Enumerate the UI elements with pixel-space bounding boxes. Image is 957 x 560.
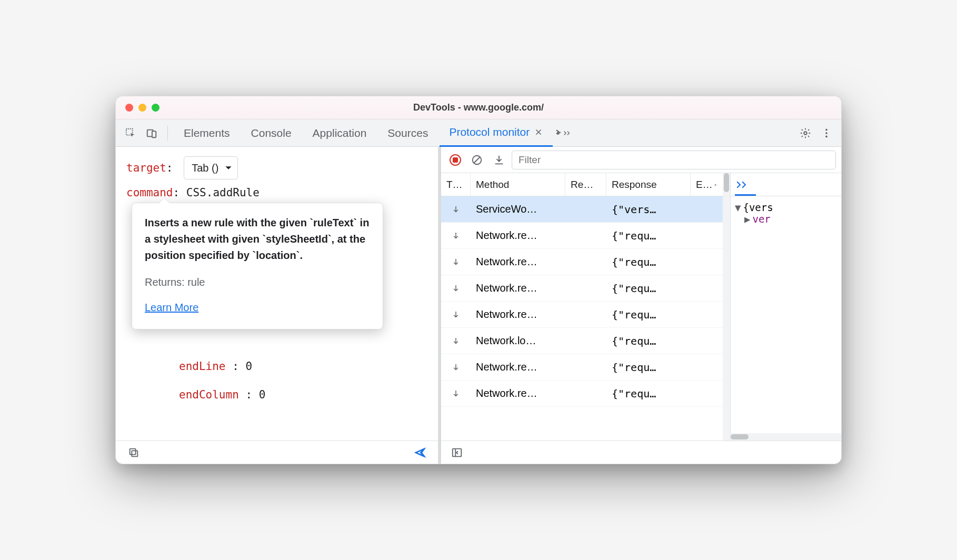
- command-editor[interactable]: target: Tab () command: CSS.addRule endL…: [116, 147, 438, 441]
- tab-console[interactable]: Console: [242, 119, 301, 147]
- content-area: target: Tab () command: CSS.addRule endL…: [116, 147, 841, 464]
- col-response[interactable]: Response: [606, 173, 691, 196]
- close-window-button[interactable]: [125, 104, 133, 112]
- tooltip-returns: Returns: rule: [145, 272, 370, 292]
- row-method: Network.re…: [471, 256, 565, 268]
- row-response: {"requ…: [606, 282, 691, 295]
- row-response: {"requ…: [606, 387, 691, 400]
- minimize-window-button[interactable]: [138, 104, 146, 112]
- sort-asc-icon: [714, 182, 717, 187]
- row-direction-icon: [441, 336, 471, 346]
- tab-label: Console: [251, 127, 292, 139]
- table-row[interactable]: ServiceWo…{"vers…: [441, 196, 723, 223]
- kebab-menu-icon[interactable]: [817, 124, 836, 143]
- toggle-sidebar-icon[interactable]: [447, 443, 466, 462]
- traffic-lights: [125, 104, 160, 112]
- detail-tab-more[interactable]: [731, 173, 841, 196]
- col-request[interactable]: Re…: [565, 173, 606, 196]
- param-endcolumn: endColumn : 0: [179, 385, 427, 406]
- row-direction-icon: [441, 389, 471, 398]
- send-command-button[interactable]: [411, 443, 430, 462]
- close-tab-icon[interactable]: [534, 127, 543, 137]
- tab-label: Elements: [184, 127, 230, 139]
- divider: [167, 126, 168, 141]
- table-row[interactable]: Network.re…{"requ…: [441, 275, 723, 302]
- svg-point-6: [825, 135, 828, 137]
- target-select[interactable]: Tab (): [184, 156, 238, 179]
- row-direction-icon: [441, 363, 471, 372]
- col-method[interactable]: Method: [471, 173, 565, 196]
- download-icon[interactable]: [490, 151, 509, 169]
- row-response: {"vers…: [606, 203, 691, 216]
- row-direction-icon: [441, 257, 471, 267]
- vertical-scrollbar[interactable]: [723, 173, 730, 441]
- settings-icon[interactable]: [796, 124, 815, 143]
- protocol-table: T… Method Re… Response E… ServiceWo…{"ve…: [441, 173, 731, 441]
- tab-application[interactable]: Application: [303, 119, 376, 147]
- command-editor-pane: target: Tab () command: CSS.addRule endL…: [116, 147, 441, 464]
- tree-child[interactable]: ▶ ver: [735, 213, 837, 225]
- row-method: Network.re…: [471, 229, 565, 242]
- copy-icon[interactable]: [124, 443, 143, 462]
- table-row[interactable]: Network.re…{"requ…: [441, 249, 723, 275]
- maximize-window-button[interactable]: [152, 104, 160, 112]
- row-direction-icon: [441, 284, 471, 293]
- row-method: Network.re…: [471, 308, 565, 321]
- col-type[interactable]: T…: [441, 173, 471, 196]
- tree-root[interactable]: ▼ {vers: [735, 202, 837, 213]
- row-direction-icon: [441, 231, 471, 241]
- table-rows: ServiceWo…{"vers…Network.re…{"requ…Netwo…: [441, 196, 723, 441]
- device-toolbar-icon[interactable]: [142, 124, 161, 143]
- svg-rect-7: [132, 451, 137, 456]
- filter-input[interactable]: [512, 151, 836, 169]
- row-method: ServiceWo…: [471, 203, 565, 215]
- param-value: 0: [245, 360, 252, 373]
- col-elapsed[interactable]: E…: [691, 173, 722, 196]
- more-tabs-icon[interactable]: [555, 124, 574, 143]
- table-row[interactable]: Network.re…{"requ…: [441, 302, 723, 328]
- learn-more-link[interactable]: Learn More: [145, 297, 370, 317]
- tab-label: Sources: [387, 127, 428, 139]
- detail-tree[interactable]: ▼ {vers ▶ ver: [731, 196, 841, 433]
- row-method: Network.re…: [471, 282, 565, 294]
- param-value: 0: [259, 388, 266, 401]
- row-response: {"requ…: [606, 361, 691, 374]
- svg-point-5: [825, 132, 828, 134]
- clear-icon[interactable]: [467, 151, 486, 169]
- tab-sources[interactable]: Sources: [378, 119, 437, 147]
- tab-protocol-monitor[interactable]: Protocol monitor: [440, 119, 553, 147]
- target-keyword: target: [126, 162, 166, 174]
- editor-footer: [116, 441, 438, 464]
- target-value: Tab (): [192, 158, 218, 178]
- horizontal-scrollbar[interactable]: [731, 433, 841, 441]
- row-response: {"requ…: [606, 308, 691, 321]
- tooltip-description: Inserts a new rule with the given `ruleT…: [145, 215, 370, 264]
- command-keyword: command: [126, 186, 173, 199]
- inspect-element-icon[interactable]: [121, 124, 140, 143]
- tree-key: ver: [752, 213, 770, 225]
- svg-point-4: [825, 128, 828, 131]
- table-row[interactable]: Network.re…{"requ…: [441, 354, 723, 381]
- parameters-block: endLine : 0 endColumn : 0: [179, 356, 427, 406]
- protocol-monitor-pane: T… Method Re… Response E… ServiceWo…{"ve…: [441, 147, 841, 464]
- command-line: command: CSS.addRule: [126, 183, 427, 204]
- row-method: Network.re…: [471, 387, 565, 399]
- table-row[interactable]: Network.re…{"requ…: [441, 381, 723, 407]
- param-key: endColumn: [179, 388, 239, 401]
- detail-pane: ▼ {vers ▶ ver: [731, 173, 841, 441]
- row-method: Network.lo…: [471, 335, 565, 347]
- row-method: Network.re…: [471, 361, 565, 373]
- table-row[interactable]: Network.re…{"requ…: [441, 223, 723, 249]
- target-line: target: Tab (): [126, 156, 427, 179]
- table-row[interactable]: Network.lo…{"requ…: [441, 328, 723, 354]
- titlebar: DevTools - www.google.com/: [116, 96, 841, 119]
- command-tooltip: Inserts a new rule with the given `ruleT…: [132, 203, 383, 329]
- chevron-down-icon: [225, 164, 232, 172]
- tab-label: Application: [313, 127, 367, 139]
- record-button[interactable]: [446, 151, 464, 169]
- row-response: {"requ…: [606, 229, 691, 242]
- tab-elements[interactable]: Elements: [174, 119, 240, 147]
- svg-point-3: [804, 132, 807, 135]
- main-tabbar: Elements Console Application Sources Pro…: [116, 119, 841, 147]
- tab-label: Protocol monitor: [449, 126, 530, 138]
